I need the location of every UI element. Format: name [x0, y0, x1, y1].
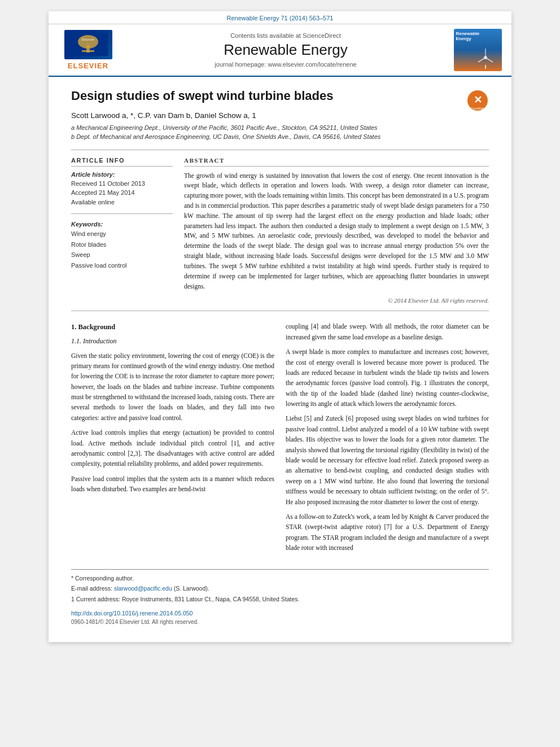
available-online: Available online [71, 198, 173, 207]
affiliations: a Mechanical Engineering Dept., Universi… [71, 123, 489, 142]
svg-text:✕: ✕ [474, 94, 482, 106]
keyword-1: Wind energy [71, 229, 173, 239]
email-label: E-mail address: [71, 585, 112, 592]
elsevier-logo-area: Elsevier ELSEVIER [54, 29, 122, 71]
keywords-label: Keywords: [71, 221, 173, 228]
footnotes-area: * Corresponding author. E-mail address: … [71, 569, 489, 625]
journal-thumb-area: RenewableEnergy [449, 29, 506, 71]
body-p3: Passive load control implies that the sy… [71, 474, 274, 495]
sciencedirect-line: Contents lists available at ScienceDirec… [230, 32, 341, 39]
journal-ref-text: Renewable Energy 71 (2014) 563–571 [227, 15, 334, 21]
svg-text:Elsevier: Elsevier [81, 37, 95, 42]
journal-homepage: journal homepage: www.elsevier.com/locat… [215, 61, 356, 68]
page: Renewable Energy 71 (2014) 563–571 Elsev… [49, 11, 511, 642]
body-p2: Active load controls implies that energy… [71, 427, 274, 469]
content-area: ✕ CrossMark Design studies of swept wind… [49, 77, 511, 642]
crossmark-area: ✕ CrossMark [466, 89, 489, 114]
sciencedirect-text: Contents lists available at ScienceDirec… [230, 32, 341, 39]
journal-thumbnail: RenewableEnergy [454, 29, 502, 71]
section11-heading: 1.1. Introduction [71, 336, 274, 347]
affiliation-a: a Mechanical Engineering Dept., Universi… [71, 123, 489, 133]
divider-2 [71, 311, 489, 311]
affiliation-b: b Dept. of Mechanical and Aerospace Engi… [71, 132, 489, 142]
body-columns: 1. Background 1.1. Introduction Given th… [71, 321, 489, 557]
footnote1-text: 1 Current address: Royce Instruments, 83… [71, 595, 489, 604]
accepted-date: Accepted 21 May 2014 [71, 188, 173, 198]
journal-thumb-text: RenewableEnergy [454, 29, 502, 43]
body-rp2: A swept blade is more complex to manufac… [286, 347, 489, 409]
elsevier-logo: Elsevier ELSEVIER [64, 30, 112, 70]
article-info-abstract: ARTICLE INFO Article history: Received 1… [71, 157, 489, 304]
keyword-3: Sweep [71, 250, 173, 260]
journal-header-center: Contents lists available at ScienceDirec… [128, 29, 444, 71]
journal-reference[interactable]: Renewable Energy 71 (2014) 563–571 [49, 11, 511, 24]
turbine-icon [471, 46, 500, 69]
keyword-4: Passive load control [71, 260, 173, 271]
history-label: Article history: [71, 171, 173, 178]
section1-heading: 1. Background [71, 321, 274, 333]
email-suffix: (S. Larwood). [174, 585, 209, 592]
authors: Scott Larwood a, *, C.P. van Dam b, Dani… [71, 111, 489, 120]
keywords-list: Wind energy Rotor blades Sweep Passive l… [71, 229, 173, 271]
corresponding-author: * Corresponding author. [71, 574, 489, 583]
journal-title: Renewable Energy [224, 41, 348, 59]
body-rp1: coupling [4] and blade sweep. With all m… [286, 321, 489, 342]
copyright: © 2014 Elsevier Ltd. All rights reserved… [184, 297, 489, 304]
svg-line-8 [478, 58, 485, 62]
journal-header: Elsevier ELSEVIER Contents lists availab… [49, 24, 511, 77]
issn-line: 0960-1481/© 2014 Elsevier Ltd. All right… [71, 619, 489, 625]
body-rp3: Liebst [5] and Zuteck [6] proposed using… [286, 413, 489, 507]
email-line: E-mail address: slarwood@pacific.edu (S.… [71, 584, 489, 593]
body-col-right: coupling [4] and blade sweep. With all m… [286, 321, 489, 557]
abstract-heading: ABSTRACT [184, 157, 489, 167]
body-p1: Given the static policy environment, low… [71, 351, 274, 423]
divider-1 [71, 150, 489, 150]
body-col-left: 1. Background 1.1. Introduction Given th… [71, 321, 274, 557]
crossmark-icon: ✕ CrossMark [466, 89, 489, 112]
keyword-2: Rotor blades [71, 239, 173, 250]
elsevier-logo-box: Elsevier [64, 30, 112, 59]
svg-text:CrossMark: CrossMark [471, 107, 485, 110]
info-divider [71, 213, 173, 214]
svg-line-7 [485, 58, 493, 62]
article-title: Design studies of swept wind turbine bla… [71, 88, 489, 104]
svg-rect-3 [82, 50, 94, 52]
article-info-panel: ARTICLE INFO Article history: Received 1… [71, 157, 173, 304]
body-rp4: As a follow-on to Zuteck's work, a team … [286, 512, 489, 553]
elsevier-name: ELSEVIER [68, 62, 108, 70]
article-info-heading: ARTICLE INFO [71, 157, 173, 167]
email-address[interactable]: slarwood@pacific.edu [114, 585, 172, 592]
abstract-panel: ABSTRACT The growth of wind energy is su… [184, 157, 489, 304]
doi-link[interactable]: http://dx.doi.org/10.1016/j.renene.2014.… [71, 610, 193, 617]
received-date: Received 11 October 2013 [71, 179, 173, 189]
doi-line: http://dx.doi.org/10.1016/j.renene.2014.… [71, 610, 489, 617]
elsevier-tree-icon: Elsevier [68, 33, 108, 56]
authors-text: Scott Larwood a, *, C.P. van Dam b, Dani… [71, 111, 256, 120]
body-section: 1. Background 1.1. Introduction Given th… [71, 321, 489, 557]
abstract-text: The growth of wind energy is sustained b… [184, 171, 489, 292]
